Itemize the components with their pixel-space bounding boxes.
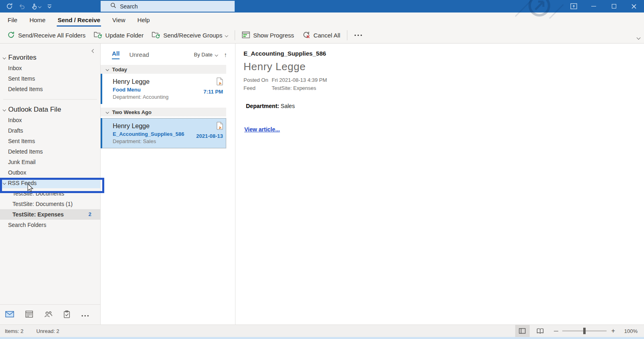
search-field[interactable] [120, 3, 213, 10]
folder-sync-icon [152, 31, 160, 40]
minimize-button[interactable] [584, 0, 604, 12]
ribbon-tabs: File Home Send / Receive View Help [0, 12, 644, 27]
folder-sync-icon [94, 31, 102, 40]
sidebar-item-testsite-documents-1[interactable]: TestSite: Documents (1) [0, 199, 100, 209]
outlook-data-file-section: Outlook Data File Inbox Drafts Sent Item… [0, 104, 100, 230]
send-receive-all-folders-button[interactable]: Send/Receive All Folders [3, 29, 90, 42]
tab-send-receive[interactable]: Send / Receive [52, 12, 106, 27]
quick-access-toolbar [0, 3, 52, 10]
sidebar-item-rss-feeds[interactable]: RSS Feeds [0, 178, 100, 188]
chevron-down-icon [215, 53, 218, 56]
show-progress-label: Show Progress [253, 32, 294, 39]
chevron-down-icon [3, 181, 6, 185]
group-header-today[interactable]: Today [101, 65, 226, 74]
search-input[interactable] [101, 1, 235, 12]
sidebar-item-sent-items-favorites[interactable]: Sent Items [0, 73, 100, 84]
message-time: 2021-08-13 [196, 133, 223, 140]
sidebar-item-sent-items[interactable]: Sent Items [0, 136, 100, 146]
sidebar-item-outbox[interactable]: Outbox [0, 167, 100, 178]
outlook-data-file-header[interactable]: Outlook Data File [0, 104, 100, 115]
message-list-header: All Unread By Date ↑ [101, 44, 235, 62]
reading-pane: E_Accounting_Supplies_586 Henry Legge Po… [235, 44, 644, 324]
group-header-two-weeks-ago[interactable]: Two Weeks Ago [101, 108, 226, 116]
ribbon-display-options-icon[interactable] [564, 0, 584, 12]
sort-by-dropdown[interactable]: By Date [194, 52, 218, 58]
folder-label: TestSite: Expenses [12, 209, 64, 220]
send-receive-groups-label: Send/Receive Groups [163, 32, 223, 39]
cancel-all-button[interactable]: Cancel All [298, 29, 345, 42]
mail-nav-icon[interactable] [5, 311, 14, 319]
feed-value: TestSite: Expenses [272, 84, 636, 92]
department-value: Sales [281, 103, 295, 109]
cancel-sync-icon [302, 31, 310, 40]
main-area: Favorites Inbox Sent Items Deleted Items… [0, 44, 644, 324]
send-receive-icon[interactable] [6, 3, 13, 10]
rss-feeds-label: RSS Feeds [8, 180, 37, 186]
minimize-folder-pane-button[interactable] [92, 47, 95, 54]
message-row-selected[interactable]: Henry Legge E_Accounting_Supplies_586 De… [101, 118, 226, 148]
message-row[interactable]: Henry Legge Food Menu Department: Accoun… [101, 74, 226, 104]
maximize-icon [612, 4, 616, 8]
filter-tab-all[interactable]: All [112, 50, 120, 59]
section-title: Outlook Data File [8, 106, 61, 114]
chevron-down-icon [106, 110, 109, 114]
section-title: Favorites [8, 54, 37, 62]
ribbon-divider [347, 30, 347, 40]
sidebar-item-testsite-expenses[interactable]: TestSite: Expenses 2 [0, 209, 100, 220]
article-body: Department: Sales [244, 103, 636, 109]
message-meta: 7:11 PM [193, 77, 223, 100]
favorites-section: Favorites Inbox Sent Items Deleted Items [0, 44, 100, 94]
more-apps-icon[interactable] [81, 312, 89, 318]
collapse-ribbon-button[interactable] [637, 33, 640, 41]
zoom-slider[interactable] [562, 331, 607, 331]
sidebar-item-deleted-items[interactable]: Deleted Items [0, 146, 100, 157]
rss-article-icon [217, 77, 223, 87]
sidebar-item-deleted-items-favorites[interactable]: Deleted Items [0, 84, 100, 94]
view-article-link[interactable]: View article... [244, 126, 280, 133]
sidebar-item-search-folders[interactable]: Search Folders [0, 220, 100, 230]
zoom-slider-handle[interactable] [583, 328, 586, 334]
message-subject: E_Accounting_Supplies_586 [113, 131, 193, 138]
send-receive-groups-button[interactable]: Send/Receive Groups [148, 29, 232, 42]
calendar-nav-icon[interactable] [25, 310, 33, 319]
status-bar: Items: 2 Unread: 2 + 100% [0, 324, 644, 337]
department-label: Department: [246, 103, 279, 109]
tab-file[interactable]: File [2, 12, 23, 27]
sort-direction-button[interactable]: ↑ [224, 51, 227, 58]
tab-help[interactable]: Help [131, 12, 156, 27]
tasks-nav-icon[interactable] [64, 310, 70, 319]
show-progress-button[interactable]: Show Progress [238, 29, 298, 42]
reading-view-button[interactable] [533, 325, 547, 337]
items-count: Items: 2 [5, 328, 23, 334]
zoom-out-button[interactable] [554, 331, 558, 331]
zoom-in-button[interactable]: + [611, 329, 615, 333]
maximize-button[interactable] [604, 0, 624, 12]
tab-view[interactable]: View [106, 12, 131, 27]
sidebar-item-inbox[interactable]: Inbox [0, 115, 100, 125]
outlook-window: File Home Send / Receive View Help Send/… [0, 0, 644, 339]
status-view-controls: + 100% [515, 325, 639, 337]
sidebar-item-junk-email[interactable]: Junk Email [0, 157, 100, 167]
touch-mouse-mode-icon[interactable] [31, 3, 41, 10]
unread-count-badge: 2 [89, 209, 91, 220]
posted-on-label: Posted On [244, 76, 272, 84]
filter-tab-unread[interactable]: Unread [129, 51, 149, 58]
customize-quick-access-toolbar-icon[interactable] [47, 4, 52, 9]
normal-view-button[interactable] [515, 325, 530, 337]
more-commands-button[interactable] [350, 32, 366, 38]
close-button[interactable] [624, 0, 644, 12]
rss-article-icon [217, 122, 223, 131]
people-nav-icon[interactable] [44, 311, 52, 319]
unread-indicator [101, 118, 102, 148]
message-preview: Department: Accounting [113, 94, 193, 100]
undo-icon[interactable] [19, 3, 25, 10]
section-divider [3, 99, 97, 100]
sidebar-item-testsite-documents[interactable]: TestSite: Documents [0, 188, 100, 199]
sidebar-item-inbox-favorites[interactable]: Inbox [0, 63, 100, 73]
zoom-level[interactable]: 100% [621, 328, 638, 334]
tab-home[interactable]: Home [23, 12, 52, 27]
message-preview: Department: Sales [113, 138, 193, 145]
favorites-header[interactable]: Favorites [0, 52, 100, 63]
update-folder-button[interactable]: Update Folder [90, 29, 148, 42]
sidebar-item-drafts[interactable]: Drafts [0, 125, 100, 136]
